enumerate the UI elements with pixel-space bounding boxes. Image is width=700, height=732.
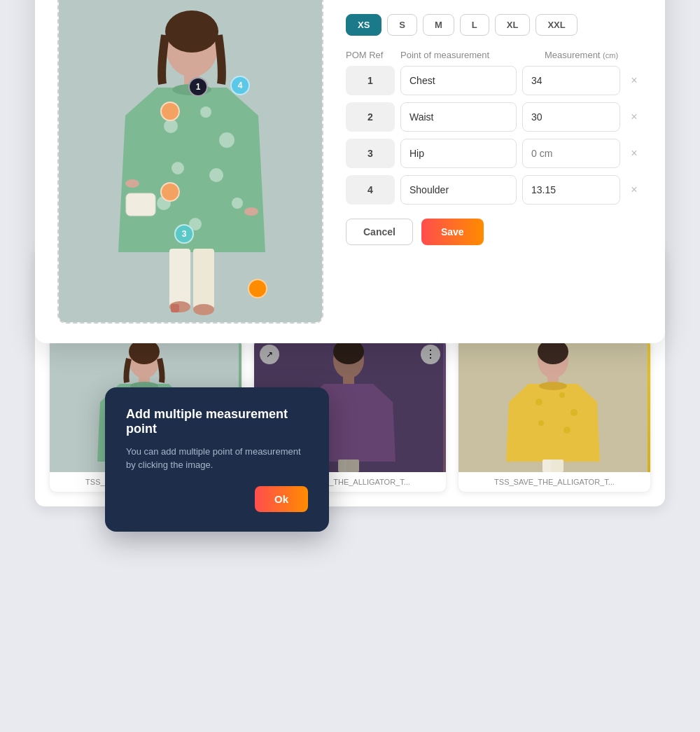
popup-ok-button[interactable]: Ok xyxy=(255,486,308,512)
share-icon-button[interactable]: ↗ xyxy=(260,345,279,364)
point-input-4[interactable] xyxy=(400,175,517,205)
svg-point-6 xyxy=(219,132,234,148)
remove-row-2-button[interactable]: × xyxy=(626,111,643,123)
remove-row-3-button[interactable]: × xyxy=(626,147,643,160)
point-input-1[interactable] xyxy=(400,66,517,95)
modal-body: 1 4 3 Dimention XS S M L XL XXL xyxy=(57,0,643,324)
point-input-2[interactable] xyxy=(400,102,517,132)
svg-rect-19 xyxy=(171,304,179,312)
measurement-dot-5[interactable] xyxy=(160,182,180,202)
table-row: 4 × xyxy=(346,175,643,205)
measurement-input-4[interactable] xyxy=(522,175,620,205)
garment-svg-3 xyxy=(458,339,648,472)
garment-svg xyxy=(59,0,323,322)
size-btn-l[interactable]: L xyxy=(460,14,489,36)
table-row: 1 × xyxy=(346,66,643,95)
svg-point-4 xyxy=(164,119,178,133)
svg-point-8 xyxy=(209,168,223,182)
measurement-input-3[interactable] xyxy=(522,139,620,168)
svg-point-18 xyxy=(193,304,214,315)
size-btn-xl[interactable]: XL xyxy=(495,14,531,36)
svg-point-12 xyxy=(125,179,139,188)
svg-point-13 xyxy=(244,207,258,216)
table-header: POM Ref Point of measurement Measurement… xyxy=(346,50,643,60)
add-tech-pack-modal: Add Tech pack xyxy=(35,0,665,343)
table-row: 3 × xyxy=(346,139,643,168)
garment-card-3[interactable]: TSS_SAVE_THE_ALLIGATOR_T... xyxy=(458,338,651,492)
measurement-dot-4[interactable]: 4 xyxy=(230,76,250,95)
measurement-input-1[interactable] xyxy=(522,66,620,95)
page-wrapper: Add Tech pack xyxy=(35,226,665,506)
garment-image-container[interactable]: 1 4 3 xyxy=(59,0,322,322)
popup-overlay: Add multiple measurement point You can a… xyxy=(105,387,329,532)
popup-text: You can add multiple point of measuremen… xyxy=(126,445,308,472)
svg-point-2 xyxy=(165,11,218,53)
svg-point-9 xyxy=(232,198,243,209)
remove-row-4-button[interactable]: × xyxy=(626,184,643,196)
svg-point-48 xyxy=(564,427,570,434)
garment-image-3 xyxy=(458,339,650,472)
garment-label-3: TSS_SAVE_THE_ALLIGATOR_T... xyxy=(458,472,650,492)
popup-title: Add multiple measurement point xyxy=(126,407,308,436)
col-measurement: Measurement (cm) xyxy=(545,50,643,60)
measurement-dot-7[interactable] xyxy=(248,279,267,298)
col-point: Point of measurement xyxy=(400,50,539,60)
svg-rect-20 xyxy=(126,193,155,216)
measurement-dot-1[interactable]: 1 xyxy=(188,77,208,97)
more-options-button[interactable]: ⋮ xyxy=(421,345,440,364)
pom-ref-1: 1 xyxy=(346,66,395,95)
size-btn-xxl[interactable]: XXL xyxy=(536,14,577,36)
measurement-point-popup: Add multiple measurement point You can a… xyxy=(105,387,329,532)
cancel-button[interactable]: Cancel xyxy=(346,219,413,245)
measurement-dot-6[interactable]: 3 xyxy=(174,224,194,244)
svg-point-49 xyxy=(539,382,567,390)
remove-row-1-button[interactable]: × xyxy=(626,74,643,87)
dimension-section: Dimention XS S M L XL XXL POM Ref Point … xyxy=(346,0,643,324)
svg-point-5 xyxy=(200,106,211,118)
svg-point-44 xyxy=(536,399,542,406)
pom-ref-2: 2 xyxy=(346,102,395,132)
point-input-3[interactable] xyxy=(400,139,517,168)
svg-rect-51 xyxy=(551,460,564,472)
size-buttons-group: XS S M L XL XXL xyxy=(346,14,643,36)
svg-rect-39 xyxy=(346,460,359,472)
action-buttons: Cancel Save xyxy=(346,219,643,245)
size-btn-xs[interactable]: XS xyxy=(346,14,382,36)
pom-ref-4: 4 xyxy=(346,175,395,205)
col-pom-ref: POM Ref xyxy=(346,50,395,60)
svg-point-45 xyxy=(559,392,565,398)
pom-ref-3: 3 xyxy=(346,139,395,168)
svg-point-7 xyxy=(172,162,184,174)
svg-rect-16 xyxy=(193,249,214,308)
svg-point-46 xyxy=(570,409,578,416)
svg-rect-37 xyxy=(343,376,354,385)
save-button[interactable]: Save xyxy=(421,219,484,245)
measurement-input-2[interactable] xyxy=(522,102,620,132)
table-row: 2 × xyxy=(346,102,643,132)
svg-point-47 xyxy=(538,420,544,426)
measurement-dot-2[interactable] xyxy=(160,102,180,121)
size-btn-s[interactable]: S xyxy=(387,14,417,36)
svg-rect-15 xyxy=(169,249,190,308)
size-btn-m[interactable]: M xyxy=(423,14,454,36)
garment-image-section[interactable]: 1 4 3 xyxy=(57,0,323,324)
dimension-title: Dimention xyxy=(346,0,643,3)
